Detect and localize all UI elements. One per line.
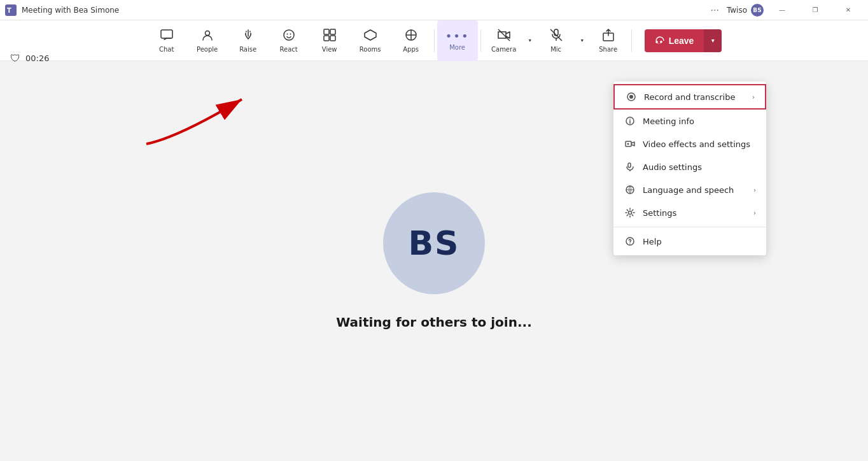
help-label: Help (643, 237, 756, 246)
leave-dropdown-arrow[interactable]: ▾ (704, 29, 722, 52)
teams-logo-icon: T (5, 4, 17, 16)
svg-point-6 (290, 34, 291, 35)
record-chevron-icon: › (752, 94, 755, 101)
red-arrow (127, 80, 305, 157)
react-icon (282, 28, 296, 44)
svg-point-25 (627, 143, 629, 145)
raise-button[interactable]: Raise (228, 20, 269, 61)
svg-line-14 (498, 29, 510, 41)
more-icon: ••• (445, 31, 470, 42)
menu-item-meeting-info[interactable]: Meeting info (613, 110, 766, 132)
more-options-btn[interactable]: ··· (707, 4, 723, 17)
people-button[interactable]: People (187, 20, 228, 61)
camera-dropdown-arrow[interactable]: ▾ (524, 20, 536, 61)
menu-item-help[interactable]: Help (613, 230, 766, 253)
meeting-timer: 00:26 (25, 53, 49, 63)
settings-label: Settings (643, 208, 747, 218)
svg-rect-8 (330, 29, 335, 34)
svg-rect-9 (324, 36, 329, 41)
svg-rect-10 (330, 36, 335, 41)
user-avatar-small: BS (751, 4, 764, 17)
title-bar-right: ··· Twiso BS — ❐ ✕ (707, 0, 863, 20)
waiting-text: Waiting for others to join... (336, 315, 531, 330)
svg-point-4 (284, 30, 294, 40)
apps-icon (404, 28, 418, 44)
audio-settings-icon (624, 162, 636, 172)
menu-item-language[interactable]: Language and speech › (613, 178, 766, 201)
language-label: Language and speech (643, 185, 747, 195)
timer-area: 🛡 00:26 (10, 52, 49, 64)
mic-split: Mic ▾ (536, 20, 588, 61)
video-effects-label: Video effects and settings (643, 139, 756, 149)
menu-item-audio-settings[interactable]: Audio settings (613, 155, 766, 178)
share-button[interactable]: Share (588, 20, 629, 61)
camera-label: Camera (491, 46, 516, 53)
svg-point-21 (629, 95, 633, 99)
audio-settings-label: Audio settings (643, 162, 756, 172)
share-label: Share (599, 46, 617, 53)
meeting-info-icon (624, 116, 636, 126)
meeting-info-label: Meeting info (643, 117, 756, 126)
more-dropdown-menu: Record and transcribe › Meeting info Vid… (613, 82, 766, 255)
svg-rect-7 (324, 29, 329, 34)
svg-point-3 (205, 31, 209, 36)
camera-off-icon (497, 28, 511, 44)
toolbar-separator3 (631, 29, 632, 52)
svg-point-31 (629, 243, 631, 245)
window-title: Meeting with Bea Simone (22, 6, 119, 15)
leave-button[interactable]: Leave (645, 29, 704, 52)
help-icon (624, 236, 636, 246)
language-icon (624, 185, 636, 195)
chat-icon (160, 28, 174, 44)
menu-item-video-effects[interactable]: Video effects and settings (613, 132, 766, 155)
apps-label: Apps (403, 46, 419, 53)
toolbar-separator2 (480, 29, 481, 52)
view-label: View (322, 46, 337, 53)
maximize-button[interactable]: ❐ (801, 0, 830, 20)
title-bar-left: T Meeting with Bea Simone (5, 4, 119, 16)
svg-point-29 (629, 211, 632, 215)
view-icon (323, 28, 337, 44)
svg-rect-26 (628, 163, 631, 167)
record-label: Record and transcribe (644, 92, 746, 102)
video-effects-icon (624, 139, 636, 149)
svg-point-5 (286, 34, 288, 35)
toolbar: 🛡 00:26 Chat People Raise React View (0, 20, 868, 61)
rooms-button[interactable]: Rooms (350, 20, 391, 61)
react-button[interactable]: React (269, 20, 309, 61)
record-icon (625, 92, 638, 102)
share-icon (601, 28, 615, 44)
mic-label: Mic (550, 46, 561, 53)
camera-split: Camera ▾ (484, 20, 536, 61)
title-bar: T Meeting with Bea Simone ··· Twiso BS —… (0, 0, 868, 20)
menu-item-record[interactable]: Record and transcribe › (613, 84, 766, 110)
toolbar-separator (434, 29, 435, 52)
apps-button[interactable]: Apps (391, 20, 431, 61)
participant-avatar: BS (383, 192, 485, 294)
chat-label: Chat (159, 46, 174, 53)
chat-button[interactable]: Chat (146, 20, 187, 61)
svg-point-23 (629, 118, 631, 120)
close-button[interactable]: ✕ (834, 0, 863, 20)
menu-divider (613, 227, 766, 227)
svg-rect-2 (161, 30, 172, 38)
people-label: People (197, 46, 218, 53)
mic-off-icon (549, 28, 563, 44)
shield-icon: 🛡 (10, 52, 20, 64)
leave-button-wrap: Leave ▾ (645, 29, 722, 52)
react-label: React (280, 46, 298, 53)
more-button[interactable]: ••• More (437, 20, 478, 61)
minimize-button[interactable]: — (767, 0, 797, 20)
settings-icon (624, 208, 636, 218)
more-label: More (449, 44, 465, 51)
svg-text:T: T (7, 6, 11, 13)
language-chevron-icon: › (753, 187, 756, 194)
view-button[interactable]: View (309, 20, 350, 61)
camera-button[interactable]: Camera (484, 20, 524, 61)
settings-chevron-icon: › (753, 209, 756, 216)
leave-phone-icon (655, 36, 665, 46)
menu-item-settings[interactable]: Settings › (613, 201, 766, 224)
rooms-icon (363, 28, 377, 44)
mic-button[interactable]: Mic (536, 20, 577, 61)
mic-dropdown-arrow[interactable]: ▾ (577, 20, 588, 61)
